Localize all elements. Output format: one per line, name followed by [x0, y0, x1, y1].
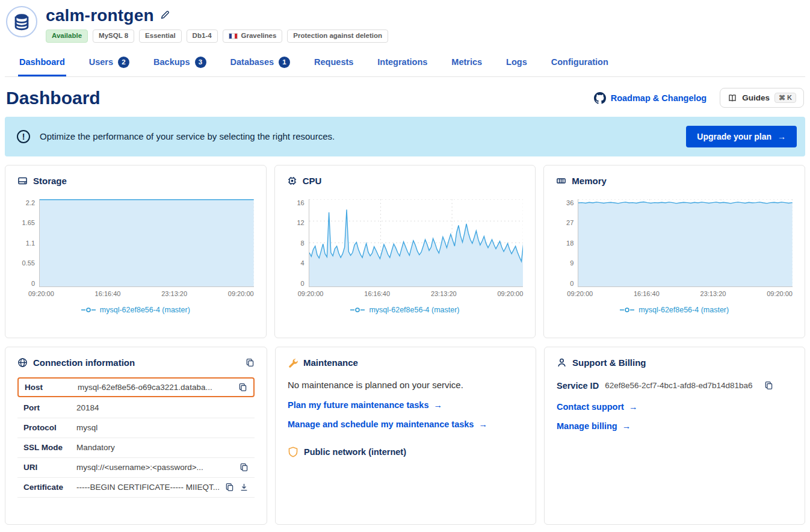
- manage-billing-link[interactable]: Manage billing →: [557, 421, 631, 431]
- plan-maintenance-link[interactable]: Plan my future maintenance tasks →: [288, 400, 442, 410]
- memory-card: Memory 36271890 09:20:0016:16:4023:13:20…: [543, 165, 805, 338]
- support-billing-card: Support & Billing Service ID 62ef8e56-2c…: [544, 347, 805, 525]
- edit-title-icon[interactable]: [160, 10, 170, 22]
- storage-card: Storage 2.21.651.10.550 09:20:0016:16:40…: [5, 165, 267, 338]
- x-axis: 09:20:0016:16:4023:13:2009:20:00: [298, 290, 524, 297]
- contact-support-link[interactable]: Contact support →: [557, 402, 637, 412]
- manage-maintenance-link[interactable]: Manage and schedule my maintenance tasks…: [288, 419, 487, 429]
- tab-configuration[interactable]: Configuration: [550, 51, 610, 76]
- cpu-icon: [287, 176, 297, 186]
- table-row-uri: URI mysql://<username>:<password>...: [17, 458, 255, 478]
- tab-label: Requests: [314, 57, 353, 67]
- upgrade-banner: ! Optimize the performance of your servi…: [5, 117, 805, 156]
- legend-label: mysql-62ef8e56-4 (master): [638, 306, 729, 314]
- tab-logs[interactable]: Logs: [505, 51, 528, 76]
- protocol-value: mysql: [76, 423, 249, 432]
- tab-bar: Dashboard Users2 Backups3 Databases1 Req…: [5, 51, 805, 77]
- y-axis: 36271890: [556, 199, 578, 287]
- network-type-row: Public network (internet): [288, 447, 524, 457]
- table-row-host: Host mysql-62ef8e56-o69ca3221.databa...: [17, 377, 255, 397]
- tab-integrations[interactable]: Integrations: [376, 51, 428, 76]
- certificate-label: Certificate: [23, 483, 76, 492]
- badge-row: Available MySQL 8 Essential Db1-4 Gravel…: [46, 29, 388, 43]
- memory-chart: [578, 199, 793, 287]
- tab-databases[interactable]: Databases1: [229, 51, 292, 76]
- tab-requests[interactable]: Requests: [313, 51, 354, 76]
- x-axis: 09:20:0016:16:4023:13:2009:20:00: [567, 290, 793, 297]
- maintenance-card: Maintenance No maintenance is planned on…: [275, 347, 536, 525]
- service-id-value: 62ef8e56-2cf7-4bc1-afd8-ed7b14d81ba6: [605, 381, 752, 390]
- arrow-right-icon: →: [433, 400, 442, 410]
- guides-button[interactable]: Guides ⌘ K: [720, 88, 804, 108]
- network-type-label: Public network (internet): [304, 447, 406, 457]
- arrow-right-icon: →: [622, 421, 631, 431]
- card-title: Storage: [33, 176, 67, 186]
- node-type-badge: Db1-4: [187, 29, 218, 43]
- keyboard-shortcut: ⌘ K: [774, 93, 796, 103]
- shield-icon: [288, 447, 298, 457]
- storage-chart: [39, 199, 254, 287]
- tab-label: Users: [89, 57, 113, 67]
- tab-label: Backups: [153, 57, 190, 67]
- y-axis: 2.21.651.10.550: [17, 199, 39, 287]
- book-icon: [728, 93, 737, 103]
- service-header: calm-rontgen Available MySQL 8 Essential…: [5, 0, 805, 43]
- deletion-protection-badge: Protection against deletion: [287, 29, 388, 43]
- ssl-mode-label: SSL Mode: [23, 443, 76, 452]
- maintenance-message: No maintenance is planned on your servic…: [288, 380, 524, 390]
- port-value: 20184: [76, 403, 249, 412]
- service-title: calm-rontgen: [46, 6, 154, 25]
- copy-connection-info-icon[interactable]: [246, 358, 255, 367]
- upgrade-plan-button[interactable]: Upgrade your plan →: [686, 126, 797, 147]
- legend-marker-icon: [620, 307, 634, 313]
- port-label: Port: [23, 403, 76, 412]
- copy-uri-icon[interactable]: [240, 463, 249, 472]
- tab-metrics[interactable]: Metrics: [450, 51, 483, 76]
- databases-count-badge: 1: [279, 57, 290, 68]
- table-row-certificate: Certificate -----BEGIN CERTIFICATE----- …: [17, 478, 255, 498]
- connection-table: Host mysql-62ef8e56-o69ca3221.databa... …: [17, 377, 255, 498]
- arrow-right-icon: →: [778, 132, 786, 141]
- database-dashboard-page: calm-rontgen Available MySQL 8 Essential…: [0, 0, 810, 525]
- chart-cards-row: Storage 2.21.651.10.550 09:20:0016:16:40…: [5, 165, 805, 338]
- page-title: Dashboard: [6, 88, 100, 108]
- ssl-mode-value: Mandatory: [76, 443, 249, 452]
- tab-dashboard[interactable]: Dashboard: [18, 51, 66, 76]
- copy-certificate-icon[interactable]: [225, 483, 234, 492]
- host-value: mysql-62ef8e56-o69ca3221.databa...: [78, 383, 233, 392]
- link-label: Contact support: [557, 402, 624, 412]
- roadmap-changelog-link[interactable]: Roadmap & Changelog: [594, 92, 707, 104]
- uri-value: mysql://<username>:<password>...: [76, 463, 234, 472]
- certificate-value: -----BEGIN CERTIFICATE----- MIIEQT...: [76, 483, 220, 492]
- memory-legend[interactable]: mysql-62ef8e56-4 (master): [556, 306, 793, 314]
- copy-service-id-icon[interactable]: [764, 381, 773, 390]
- service-id-label: Service ID: [557, 381, 599, 391]
- backups-count-badge: 3: [195, 57, 206, 68]
- region-label: Gravelines: [241, 32, 277, 40]
- memory-icon: [556, 176, 566, 186]
- arrow-right-icon: →: [478, 419, 487, 429]
- copy-host-icon[interactable]: [238, 383, 247, 392]
- tab-backups[interactable]: Backups3: [152, 51, 207, 76]
- status-badge: Available: [46, 29, 88, 43]
- roadmap-label: Roadmap & Changelog: [611, 93, 707, 103]
- download-certificate-icon[interactable]: [240, 483, 249, 492]
- github-icon: [594, 92, 606, 104]
- france-flag-icon: [229, 33, 238, 39]
- cpu-legend[interactable]: mysql-62ef8e56-4 (master): [287, 306, 524, 314]
- arrow-right-icon: →: [629, 402, 638, 412]
- info-icon: !: [17, 130, 30, 143]
- storage-legend[interactable]: mysql-62ef8e56-4 (master): [17, 306, 254, 314]
- link-label: Manage and schedule my maintenance tasks: [288, 419, 474, 429]
- legend-marker-icon: [81, 307, 96, 313]
- tab-label: Logs: [506, 57, 527, 67]
- x-axis: 09:20:0016:16:4023:13:2009:20:00: [28, 290, 254, 297]
- service-id-row: Service ID 62ef8e56-2cf7-4bc1-afd8-ed7b1…: [557, 381, 793, 391]
- engine-badge: MySQL 8: [93, 29, 134, 43]
- link-label: Manage billing: [557, 421, 617, 431]
- upgrade-label: Upgrade your plan: [697, 132, 771, 141]
- tab-users[interactable]: Users2: [88, 51, 131, 76]
- tab-label: Dashboard: [19, 57, 65, 67]
- card-title: Maintenance: [303, 357, 358, 368]
- legend-label: mysql-62ef8e56-4 (master): [100, 306, 190, 314]
